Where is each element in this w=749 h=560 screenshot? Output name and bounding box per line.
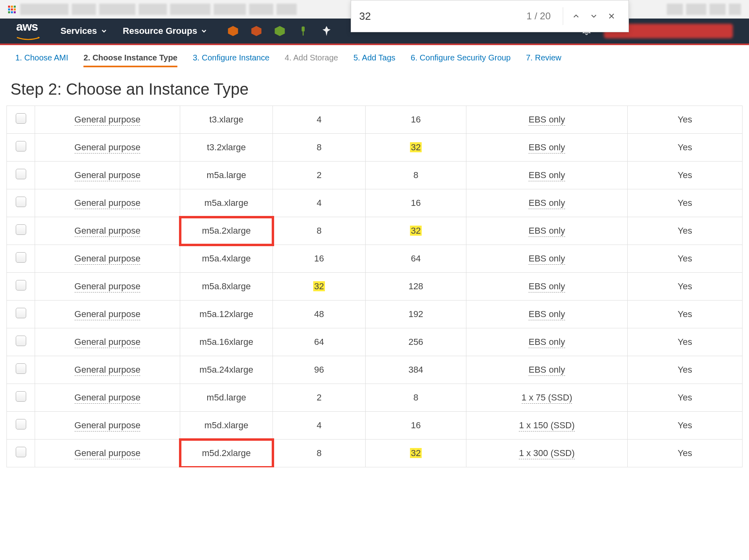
table-row[interactable]: General purposem5a.12xlarge48192EBS only… (7, 301, 743, 328)
storage-label[interactable]: EBS only (528, 226, 565, 237)
storage-cell: EBS only (466, 189, 628, 217)
aws-logo[interactable]: aws (16, 20, 40, 43)
memory-cell: 8 (366, 384, 466, 412)
storage-label[interactable]: EBS only (528, 198, 565, 209)
service-icon[interactable] (227, 25, 239, 37)
pin-icon[interactable] (320, 25, 333, 37)
family-label[interactable]: General purpose (75, 226, 141, 237)
family-label[interactable]: General purpose (75, 198, 141, 209)
storage-label[interactable]: EBS only (528, 142, 565, 153)
row-checkbox-cell (7, 301, 35, 328)
family-cell: General purpose (35, 356, 180, 384)
table-row[interactable]: General purposem5a.xlarge416EBS onlyYes (7, 189, 743, 217)
storage-label[interactable]: EBS only (528, 170, 565, 181)
vcpu-cell: 64 (273, 328, 366, 356)
instance-type-table: General purposet3.xlarge416EBS onlyYesGe… (6, 106, 743, 467)
storage-label[interactable]: EBS only (528, 114, 565, 126)
wizard-step-2[interactable]: 2. Choose Instance Type (83, 53, 177, 67)
family-label[interactable]: General purpose (75, 337, 141, 348)
table-row[interactable]: General purposem5a.2xlarge832EBS onlyYes (7, 217, 743, 245)
family-label[interactable]: General purpose (75, 420, 141, 431)
wizard-step-1[interactable]: 1. Choose AMI (15, 53, 68, 67)
row-checkbox-cell (7, 440, 35, 467)
vcpu-cell: 8 (273, 217, 366, 245)
table-row[interactable]: General purposem5a.16xlarge64256EBS only… (7, 328, 743, 356)
table-row[interactable]: General purposem5d.xlarge4161 x 150 (SSD… (7, 412, 743, 440)
memory-cell: 16 (366, 189, 466, 217)
storage-label[interactable]: 1 x 300 (SSD) (519, 448, 574, 459)
table-row[interactable]: General purposet3.xlarge416EBS onlyYes (7, 106, 743, 134)
nav-resource-groups[interactable]: Resource Groups (123, 26, 207, 36)
memory-cell: 32 (366, 217, 466, 245)
storage-label[interactable]: EBS only (528, 253, 565, 265)
type-cell: m5a.8xlarge (180, 273, 273, 301)
storage-label[interactable]: EBS only (528, 337, 565, 348)
row-checkbox[interactable] (16, 336, 26, 346)
row-checkbox[interactable] (16, 447, 26, 457)
find-input[interactable] (359, 10, 526, 23)
ipv6-cell: Yes (628, 134, 743, 162)
family-cell: General purpose (35, 162, 180, 189)
row-checkbox[interactable] (16, 391, 26, 402)
family-label[interactable]: General purpose (75, 309, 141, 320)
page-heading: Step 2: Choose an Instance Type (0, 73, 749, 106)
type-cell: m5a.2xlarge (180, 217, 273, 245)
type-cell: m5a.24xlarge (180, 356, 273, 384)
row-checkbox-cell (7, 106, 35, 134)
table-row[interactable]: General purposem5a.large28EBS onlyYes (7, 162, 743, 189)
storage-label[interactable]: EBS only (528, 281, 565, 292)
vcpu-cell: 16 (273, 245, 366, 273)
storage-label[interactable]: EBS only (528, 365, 565, 376)
row-checkbox[interactable] (16, 169, 26, 179)
row-checkbox[interactable] (16, 280, 26, 290)
row-checkbox[interactable] (16, 141, 26, 151)
table-row[interactable]: General purposem5a.24xlarge96384EBS only… (7, 356, 743, 384)
find-prev-button[interactable] (567, 7, 585, 25)
wizard-step-6[interactable]: 6. Configure Security Group (411, 53, 511, 67)
wizard-step-7[interactable]: 7. Review (526, 53, 562, 67)
service-icon[interactable] (274, 25, 286, 37)
family-label[interactable]: General purpose (75, 253, 141, 265)
storage-cell: EBS only (466, 134, 628, 162)
find-close-button[interactable] (603, 7, 620, 25)
storage-label[interactable]: 1 x 75 (SSD) (522, 392, 572, 404)
service-icon[interactable] (297, 25, 309, 37)
memory-cell: 32 (366, 440, 466, 467)
bookmark-blur (99, 4, 135, 15)
table-row[interactable]: General purposem5d.2xlarge8321 x 300 (SS… (7, 440, 743, 467)
table-row[interactable]: General purposet3.2xlarge832EBS onlyYes (7, 134, 743, 162)
family-label[interactable]: General purpose (75, 392, 141, 404)
row-checkbox[interactable] (16, 224, 26, 235)
apps-icon[interactable] (8, 6, 17, 13)
bookmark-blur (709, 4, 726, 15)
row-checkbox[interactable] (16, 197, 26, 207)
storage-cell: 1 x 300 (SSD) (466, 440, 628, 467)
table-row[interactable]: General purposem5a.4xlarge1664EBS onlyYe… (7, 245, 743, 273)
nav-services[interactable]: Services (60, 26, 107, 36)
row-checkbox[interactable] (16, 419, 26, 429)
wizard-step-5[interactable]: 5. Add Tags (354, 53, 395, 67)
row-checkbox[interactable] (16, 113, 26, 124)
type-cell: t3.xlarge (180, 106, 273, 134)
family-label[interactable]: General purpose (75, 365, 141, 376)
find-next-button[interactable] (585, 7, 603, 25)
family-label[interactable]: General purpose (75, 142, 141, 153)
storage-label[interactable]: EBS only (528, 309, 565, 320)
aws-smile-icon (16, 37, 40, 41)
family-label[interactable]: General purpose (75, 170, 141, 181)
family-label[interactable]: General purpose (75, 448, 141, 459)
table-row[interactable]: General purposem5a.8xlarge32128EBS onlyY… (7, 273, 743, 301)
row-checkbox[interactable] (16, 363, 26, 374)
service-icon[interactable] (250, 25, 262, 37)
row-checkbox[interactable] (16, 308, 26, 318)
family-label[interactable]: General purpose (75, 114, 141, 126)
memory-cell: 128 (366, 273, 466, 301)
storage-cell: EBS only (466, 106, 628, 134)
row-checkbox[interactable] (16, 252, 26, 263)
family-label[interactable]: General purpose (75, 281, 141, 292)
table-row[interactable]: General purposem5d.large281 x 75 (SSD)Ye… (7, 384, 743, 412)
family-cell: General purpose (35, 273, 180, 301)
storage-label[interactable]: 1 x 150 (SSD) (519, 420, 574, 431)
bookmark-blur (667, 4, 683, 15)
wizard-step-3[interactable]: 3. Configure Instance (193, 53, 269, 67)
